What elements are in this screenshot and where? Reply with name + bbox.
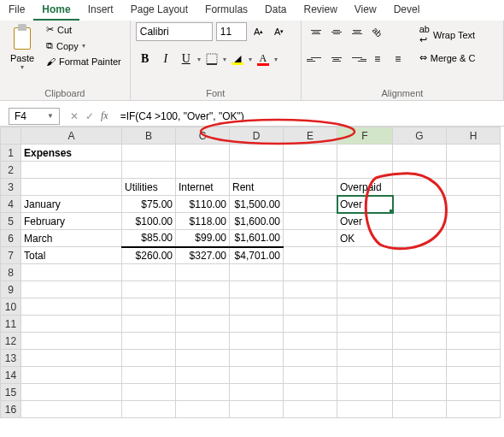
cell[interactable]: OK [337, 230, 393, 247]
cell[interactable] [447, 401, 501, 418]
chevron-down-icon[interactable]: ▾ [249, 56, 252, 63]
cell[interactable] [284, 213, 337, 230]
increase-font-button[interactable]: A▴ [250, 22, 267, 41]
row-header[interactable]: 2 [1, 162, 21, 179]
chevron-down-icon[interactable]: ▾ [21, 63, 24, 71]
cut-button[interactable]: ✂ Cut [43, 22, 125, 37]
align-bottom-button[interactable] [348, 22, 366, 41]
cell[interactable]: Expenses [21, 145, 122, 162]
cell[interactable] [21, 281, 122, 298]
tab-file[interactable]: File [0, 0, 33, 21]
format-painter-button[interactable]: 🖌 Format Painter [43, 55, 125, 68]
tab-review[interactable]: Review [295, 0, 345, 21]
cell[interactable] [21, 298, 122, 316]
cell[interactable] [447, 333, 501, 350]
cell[interactable] [284, 316, 337, 333]
cell[interactable] [393, 230, 447, 247]
cell[interactable]: $327.00 [176, 247, 230, 264]
cell[interactable] [284, 350, 337, 367]
cell[interactable] [122, 162, 176, 179]
cell[interactable] [393, 316, 447, 333]
row-header[interactable]: 8 [1, 264, 21, 281]
col-header[interactable]: B [122, 127, 176, 145]
cell[interactable] [337, 145, 393, 162]
cell[interactable] [122, 264, 176, 281]
cell[interactable] [393, 333, 447, 350]
cell[interactable] [21, 264, 122, 281]
cell[interactable] [176, 162, 230, 179]
formula-input[interactable] [115, 108, 504, 125]
cell[interactable] [230, 350, 284, 367]
row-header[interactable]: 4 [1, 196, 21, 213]
cell[interactable] [337, 162, 393, 179]
row-header[interactable]: 16 [1, 401, 21, 418]
tab-home[interactable]: Home [33, 0, 79, 21]
underline-button[interactable]: U [177, 50, 196, 68]
cell[interactable] [230, 162, 284, 179]
cell[interactable] [284, 247, 337, 264]
wrap-text-button[interactable]: ab↩ Wrap Text [416, 22, 479, 47]
cell[interactable] [230, 264, 284, 281]
cell[interactable] [447, 179, 501, 196]
cell[interactable] [284, 384, 337, 401]
paste-button[interactable]: Paste ▾ [5, 22, 39, 73]
col-header[interactable]: A [21, 127, 122, 145]
cell[interactable] [393, 162, 447, 179]
row-header[interactable]: 10 [1, 298, 21, 316]
cell[interactable] [230, 298, 284, 316]
increase-indent-button[interactable]: ≡ [389, 50, 407, 68]
cell[interactable] [447, 196, 501, 213]
col-header[interactable]: F [337, 127, 393, 145]
cell[interactable] [21, 367, 122, 384]
cell[interactable] [393, 145, 447, 162]
cell[interactable] [337, 384, 393, 401]
cell[interactable] [230, 367, 284, 384]
cell[interactable] [393, 384, 447, 401]
cell[interactable] [230, 145, 284, 162]
cell[interactable] [230, 401, 284, 418]
cell[interactable] [337, 350, 393, 367]
cell[interactable] [176, 281, 230, 298]
cell[interactable]: $1,500.00 [230, 196, 284, 213]
cell[interactable] [447, 298, 501, 316]
cell[interactable] [447, 316, 501, 333]
cell[interactable] [284, 230, 337, 247]
col-header[interactable]: D [230, 127, 284, 145]
cell[interactable] [393, 281, 447, 298]
cell[interactable] [447, 247, 501, 264]
cell[interactable]: $118.00 [176, 213, 230, 230]
cell[interactable] [447, 350, 501, 367]
cell[interactable] [21, 179, 122, 196]
row-header[interactable]: 11 [1, 316, 21, 333]
cell[interactable]: Overpaid [337, 179, 393, 196]
decrease-indent-button[interactable]: ≡ [368, 50, 387, 68]
cell[interactable] [122, 145, 176, 162]
cell[interactable] [447, 162, 501, 179]
cell[interactable] [176, 333, 230, 350]
chevron-down-icon[interactable]: ▾ [274, 56, 278, 63]
cell[interactable] [230, 333, 284, 350]
cancel-formula-button[interactable]: ✕ [70, 110, 79, 122]
cell[interactable] [393, 298, 447, 316]
cell[interactable] [337, 264, 393, 281]
cell[interactable] [284, 196, 337, 213]
cell[interactable] [284, 401, 337, 418]
enter-formula-button[interactable]: ✓ [85, 110, 94, 122]
cell[interactable] [284, 298, 337, 316]
cell[interactable] [337, 247, 393, 264]
row-header[interactable]: 14 [1, 367, 21, 384]
name-box[interactable]: F4 ▼ [9, 108, 60, 125]
cell[interactable] [176, 316, 230, 333]
chevron-down-icon[interactable]: ▼ [47, 112, 54, 120]
cell[interactable]: Utilities [122, 179, 176, 196]
cell[interactable] [21, 316, 122, 333]
cell[interactable] [21, 350, 122, 367]
insert-function-button[interactable]: fx [101, 109, 108, 122]
cell[interactable] [230, 384, 284, 401]
chevron-down-icon[interactable]: ▾ [197, 56, 201, 63]
italic-button[interactable]: I [156, 50, 175, 68]
cell[interactable] [447, 384, 501, 401]
cell[interactable] [122, 281, 176, 298]
cell[interactable] [393, 196, 447, 213]
cell[interactable] [122, 333, 176, 350]
